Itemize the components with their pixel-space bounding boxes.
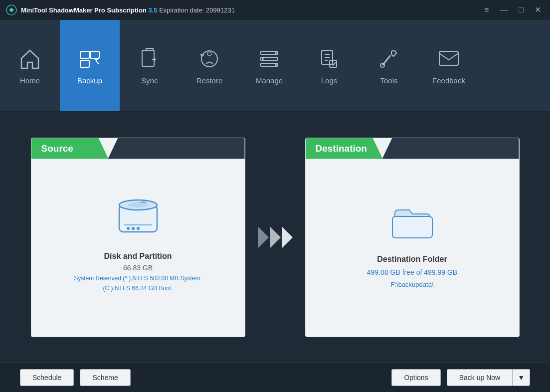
- svg-point-21: [128, 202, 148, 207]
- source-panel[interactable]: Source Di: [31, 138, 245, 337]
- svg-rect-3: [90, 51, 99, 58]
- source-header-dark: [108, 138, 245, 159]
- options-button[interactable]: Options: [391, 369, 440, 386]
- nav-item-logs[interactable]: Logs: [299, 20, 359, 111]
- arrow-chevrons: [258, 226, 293, 248]
- nav-item-sync[interactable]: Sync: [120, 20, 180, 111]
- nav-item-backup[interactable]: Backup: [60, 20, 120, 111]
- destination-header-dark: [382, 138, 519, 159]
- bottombar-left: Schedule Scheme: [20, 369, 131, 386]
- destination-card[interactable]: Destination Destination Folder 499.08 GB…: [305, 138, 520, 337]
- titlebar: MiniTool ShadowMaker Pro Subscription 3.…: [0, 0, 550, 20]
- destination-title: Destination Folder: [377, 255, 447, 264]
- app-logo-icon: [6, 4, 17, 15]
- source-disk-icon: [113, 196, 163, 243]
- nav-item-manage[interactable]: Manage: [239, 20, 299, 111]
- svg-point-11: [275, 52, 277, 54]
- svg-rect-5: [142, 50, 154, 66]
- manage-icon: [257, 46, 282, 71]
- navbar: Home Backup Sync Restore: [0, 20, 550, 112]
- nav-item-home[interactable]: Home: [0, 20, 60, 111]
- destination-free: 499.08 GB free of 499.99 GB: [367, 267, 457, 278]
- restore-icon: [197, 46, 222, 71]
- tools-icon: [376, 46, 401, 71]
- minimize-button[interactable]: —: [497, 5, 511, 15]
- destination-header-bar: Destination: [306, 138, 519, 159]
- main-content: Source Di: [0, 112, 550, 362]
- chevron-1: [258, 226, 269, 248]
- nav-item-feedback[interactable]: Feedback: [419, 20, 479, 111]
- feedback-icon: [436, 46, 461, 71]
- source-size: 66.83 GB: [123, 264, 153, 272]
- source-header-label: Source: [31, 138, 109, 159]
- close-button[interactable]: ✕: [532, 5, 544, 15]
- maximize-button[interactable]: □: [516, 5, 527, 15]
- titlebar-title: MiniTool ShadowMaker Pro Subscription 3.…: [21, 6, 235, 14]
- svg-point-12: [262, 58, 264, 60]
- schedule-button[interactable]: Schedule: [20, 369, 74, 386]
- titlebar-controls: ≡ — □ ✕: [481, 5, 544, 15]
- svg-rect-4: [80, 60, 89, 67]
- destination-panel[interactable]: Destination Destination Folder 499.08 GB…: [305, 138, 520, 337]
- backup-now-button[interactable]: Back up Now: [447, 369, 513, 386]
- svg-point-25: [137, 227, 140, 230]
- home-icon: [17, 46, 42, 71]
- svg-point-24: [132, 227, 135, 230]
- scheme-button[interactable]: Scheme: [80, 369, 130, 386]
- bottombar: Schedule Scheme Options Back up Now ▼: [0, 362, 550, 392]
- svg-point-1: [10, 8, 13, 11]
- arrow-container: [245, 226, 305, 248]
- source-card[interactable]: Source Di: [31, 138, 245, 337]
- menu-button[interactable]: ≡: [481, 5, 492, 15]
- chevron-3: [282, 226, 293, 248]
- bottombar-right: Options Back up Now ▼: [391, 369, 530, 386]
- nav-item-restore[interactable]: Restore: [180, 20, 239, 111]
- svg-point-23: [127, 227, 130, 230]
- svg-rect-2: [80, 51, 89, 58]
- svg-point-7: [207, 52, 211, 56]
- chevron-2: [270, 226, 281, 248]
- nav-item-tools[interactable]: Tools: [359, 20, 419, 111]
- source-detail: System Reserved,(*:),NTFS 500.00 MB Syst…: [74, 274, 202, 293]
- source-header-bar: Source: [31, 138, 245, 159]
- svg-point-6: [201, 51, 217, 67]
- svg-rect-18: [439, 51, 458, 65]
- svg-point-13: [275, 64, 277, 66]
- destination-path: F:\backupdata\: [391, 280, 434, 290]
- titlebar-left: MiniTool ShadowMaker Pro Subscription 3.…: [6, 4, 235, 15]
- backup-now-dropdown[interactable]: ▼: [513, 369, 530, 386]
- destination-header-label: Destination: [306, 138, 383, 159]
- source-title: Disk and Partition: [104, 252, 172, 261]
- sync-icon: [137, 46, 162, 71]
- logs-icon: [317, 46, 342, 71]
- backup-icon: [77, 46, 102, 71]
- destination-folder-icon: [387, 199, 437, 246]
